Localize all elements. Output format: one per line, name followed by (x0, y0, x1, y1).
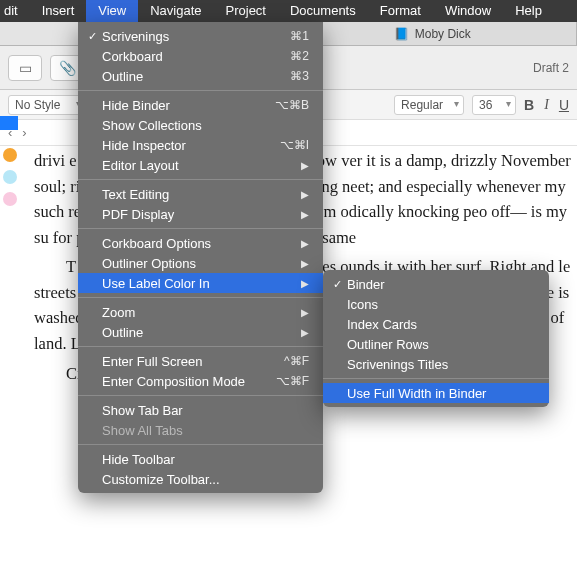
menu-item-corkboard[interactable]: Corkboard⌘2 (78, 46, 323, 66)
menu-item-label: Scrivenings (100, 29, 290, 44)
use-label-color-submenu: ✓BinderIconsIndex CardsOutliner RowsScri… (323, 270, 549, 407)
menu-item-corkboard-options[interactable]: Corkboard Options▶ (78, 233, 323, 253)
menu-item-hide-inspector[interactable]: Hide Inspector⌥⌘I (78, 135, 323, 155)
label-dot[interactable] (3, 148, 17, 162)
submenu-item-label: Icons (345, 297, 535, 312)
menu-insert[interactable]: Insert (30, 0, 87, 22)
menu-item-label: Outline (100, 69, 290, 84)
label-dots (3, 148, 17, 206)
style-select[interactable]: No Style (8, 95, 86, 115)
menu-item-shortcut: ⌥⌘B (275, 98, 309, 112)
menu-item-pdf-display[interactable]: PDF Display▶ (78, 204, 323, 224)
book-icon: 📘 (394, 27, 409, 41)
menu-item-text-editing[interactable]: Text Editing▶ (78, 184, 323, 204)
menu-item-label: Show All Tabs (100, 423, 309, 438)
chevron-right-icon: ▶ (301, 327, 309, 338)
menu-item-label: Zoom (100, 305, 295, 320)
tab-right[interactable]: 📘 Moby Dick (289, 22, 578, 45)
menu-item-label: Corkboard Options (100, 236, 295, 251)
menu-item-enter-composition-mode[interactable]: Enter Composition Mode⌥⌘F (78, 371, 323, 391)
menu-documents[interactable]: Documents (278, 0, 368, 22)
menu-item-enter-full-screen[interactable]: Enter Full Screen^⌘F (78, 351, 323, 371)
menu-item-label: Enter Composition Mode (100, 374, 276, 389)
menu-item-outline[interactable]: Outline▶ (78, 322, 323, 342)
menu-item-label: Outliner Options (100, 256, 295, 271)
submenu-item-label: Outliner Rows (345, 337, 535, 352)
menu-item-label: Show Collections (100, 118, 309, 133)
submenu-item-label: Scrivenings Titles (345, 357, 535, 372)
menu-item-shortcut: ⌘3 (290, 69, 309, 83)
menu-item-shortcut: ⌘1 (290, 29, 309, 43)
bold-button[interactable]: B (524, 97, 534, 113)
menu-item-shortcut: ⌥⌘F (276, 374, 309, 388)
tab-label: Moby Dick (415, 27, 471, 41)
menu-item-label: Enter Full Screen (100, 354, 284, 369)
italic-button[interactable]: I (544, 97, 549, 113)
menu-format[interactable]: Format (368, 0, 433, 22)
submenu-item-outliner-rows[interactable]: Outliner Rows (323, 334, 549, 354)
chevron-right-icon: ▶ (301, 258, 309, 269)
menu-item-scrivenings[interactable]: ✓Scrivenings⌘1 (78, 26, 323, 46)
menu-item-use-label-color-in[interactable]: Use Label Color In▶ (78, 273, 323, 293)
submenu-item-use-full-width-in-binder[interactable]: Use Full Width in Binder (323, 383, 549, 403)
menu-item-label: Hide Toolbar (100, 452, 309, 467)
menu-separator (78, 395, 323, 396)
menu-item-show-collections[interactable]: Show Collections (78, 115, 323, 135)
menu-item-shortcut: ⌥⌘I (280, 138, 309, 152)
menu-item-label: Text Editing (100, 187, 295, 202)
label-dot[interactable] (3, 192, 17, 206)
chevron-right-icon: ▶ (301, 307, 309, 318)
menu-item-label: Hide Binder (100, 98, 275, 113)
menu-separator (78, 444, 323, 445)
submenu-item-label: Use Full Width in Binder (345, 386, 535, 401)
menu-navigate[interactable]: Navigate (138, 0, 213, 22)
menu-project[interactable]: Project (214, 0, 278, 22)
menu-item-label: Show Tab Bar (100, 403, 309, 418)
blank-button[interactable]: ▭ (8, 55, 42, 81)
nav-forward[interactable]: › (22, 125, 26, 140)
menu-item-shortcut: ⌘2 (290, 49, 309, 63)
menu-item-zoom[interactable]: Zoom▶ (78, 302, 323, 322)
weight-select[interactable]: Regular (394, 95, 464, 115)
selected-binder-indicator (0, 116, 18, 130)
menu-view[interactable]: View (86, 0, 138, 22)
chevron-right-icon: ▶ (301, 278, 309, 289)
menu-item-customize-toolbar-[interactable]: Customize Toolbar... (78, 469, 323, 489)
menu-separator (78, 90, 323, 91)
check-icon: ✓ (84, 30, 100, 43)
menu-item-label: PDF Display (100, 207, 295, 222)
menu-item-shortcut: ^⌘F (284, 354, 309, 368)
menu-item-show-tab-bar[interactable]: Show Tab Bar (78, 400, 323, 420)
menu-item-label: Customize Toolbar... (100, 472, 309, 487)
menu-separator (78, 179, 323, 180)
menu-item-hide-binder[interactable]: Hide Binder⌥⌘B (78, 95, 323, 115)
label-dot[interactable] (3, 170, 17, 184)
menubar: ditInsertViewNavigateProjectDocumentsFor… (0, 0, 577, 22)
submenu-item-icons[interactable]: Icons (323, 294, 549, 314)
menu-separator (78, 297, 323, 298)
size-select[interactable]: 36 (472, 95, 516, 115)
menu-item-show-all-tabs: Show All Tabs (78, 420, 323, 440)
menu-item-outline[interactable]: Outline⌘3 (78, 66, 323, 86)
chevron-right-icon: ▶ (301, 238, 309, 249)
menu-separator (78, 228, 323, 229)
menu-item-label: Use Label Color In (100, 276, 295, 291)
underline-button[interactable]: U (559, 97, 569, 113)
submenu-item-scrivenings-titles[interactable]: Scrivenings Titles (323, 354, 549, 374)
submenu-item-binder[interactable]: ✓Binder (323, 274, 549, 294)
menu-window[interactable]: Window (433, 0, 503, 22)
menu-item-label: Outline (100, 325, 295, 340)
menu-separator (78, 346, 323, 347)
chevron-right-icon: ▶ (301, 189, 309, 200)
menu-help[interactable]: Help (503, 0, 554, 22)
submenu-item-index-cards[interactable]: Index Cards (323, 314, 549, 334)
menu-item-outliner-options[interactable]: Outliner Options▶ (78, 253, 323, 273)
menu-item-editor-layout[interactable]: Editor Layout▶ (78, 155, 323, 175)
menu-separator (323, 378, 549, 379)
breadcrumb: Draft 2 (525, 61, 569, 75)
menu-dit[interactable]: dit (0, 0, 30, 22)
submenu-item-label: Index Cards (345, 317, 535, 332)
chevron-right-icon: ▶ (301, 160, 309, 171)
menu-item-hide-toolbar[interactable]: Hide Toolbar (78, 449, 323, 469)
chevron-right-icon: ▶ (301, 209, 309, 220)
